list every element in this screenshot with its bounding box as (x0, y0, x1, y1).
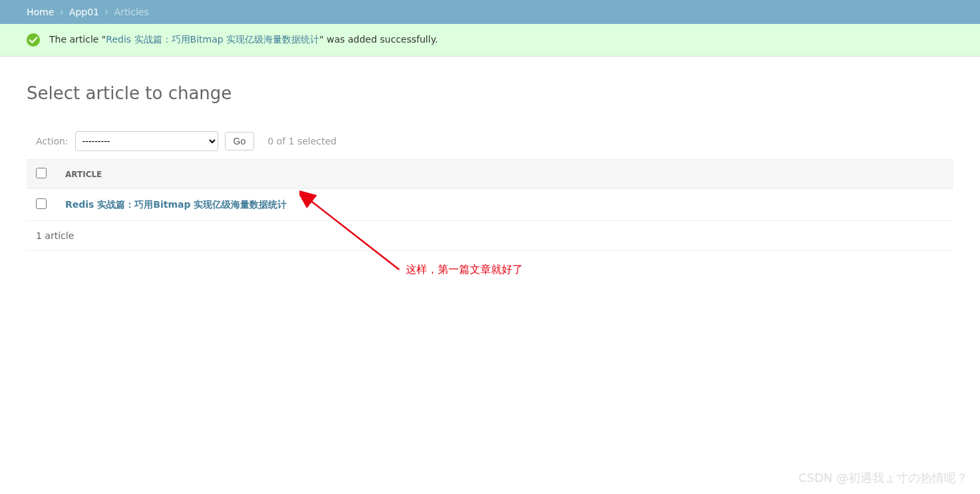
success-message: The article "Redis 实战篇：巧用Bitmap 实现亿级海量数据… (0, 24, 980, 57)
breadcrumb-current: Articles (114, 7, 149, 17)
table-row: Redis 实战篇：巧用Bitmap 实现亿级海量数据统计 (27, 189, 953, 221)
breadcrumb-app[interactable]: App01 (69, 7, 99, 17)
paginator: 1 article (27, 221, 953, 251)
article-link[interactable]: Redis 实战篇：巧用Bitmap 实现亿级海量数据统计 (65, 199, 287, 210)
message-text: The article "Redis 实战篇：巧用Bitmap 实现亿级海量数据… (49, 34, 438, 46)
content-main: Select article to change Action: -------… (0, 57, 980, 264)
action-label: Action: (36, 136, 69, 146)
message-prefix: The article " (49, 34, 106, 45)
row-checkbox-cell (27, 189, 56, 221)
selection-counter: 0 of 1 selected (267, 136, 337, 146)
message-suffix: " was added successfully. (319, 34, 438, 45)
success-check-icon (27, 33, 40, 47)
article-table: ARTICLE Redis 实战篇：巧用Bitmap 实现亿级海量数据统计 (27, 159, 953, 221)
breadcrumb-separator: › (60, 7, 64, 17)
action-select[interactable]: --------- (75, 131, 218, 151)
breadcrumb-home[interactable]: Home (27, 7, 54, 17)
results-table-wrapper: ARTICLE Redis 实战篇：巧用Bitmap 实现亿级海量数据统计 (27, 159, 953, 221)
row-title-cell: Redis 实战篇：巧用Bitmap 实现亿级海量数据统计 (56, 189, 953, 221)
actions-bar: Action: --------- Go 0 of 1 selected (27, 123, 953, 159)
breadcrumb-separator: › (104, 7, 108, 17)
row-checkbox[interactable] (36, 198, 47, 209)
article-column-header[interactable]: ARTICLE (56, 160, 953, 189)
message-article-link[interactable]: Redis 实战篇：巧用Bitmap 实现亿级海量数据统计 (106, 34, 319, 45)
breadcrumb: Home › App01 › Articles (0, 0, 980, 24)
page-title: Select article to change (27, 83, 953, 103)
message-list: The article "Redis 实战篇：巧用Bitmap 实现亿级海量数据… (0, 24, 980, 57)
select-all-checkbox[interactable] (36, 168, 47, 178)
select-all-header (27, 160, 56, 189)
go-button[interactable]: Go (225, 132, 255, 150)
